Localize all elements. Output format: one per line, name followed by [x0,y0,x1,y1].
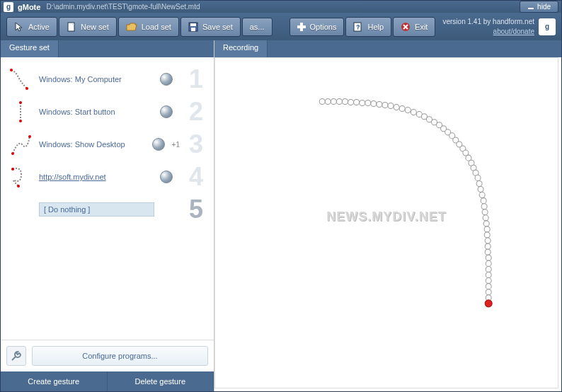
gesture-row-3[interactable]: Windows: Show Desktop +1 3 [8,128,207,161]
delete-gesture-button[interactable]: Delete gesture [108,371,214,391]
version-text: version 1.41 by handform.net [442,17,534,27]
gesture-number: 4 [185,162,207,192]
exit-button[interactable]: Exit [393,17,435,37]
app-window: g gMote D:\admin.mydiv.net\TEST\gmote-fu… [0,0,562,392]
svg-point-13 [19,120,22,122]
content-area: Gesture set Windows: My Computer 1 Windo… [1,40,561,391]
svg-point-63 [485,243,491,249]
svg-point-18 [319,99,325,105]
svg-point-56 [481,204,487,209]
svg-point-15 [28,135,31,138]
bottom-buttons: Create gesture Delete gesture [1,371,214,391]
gesture-thumb-icon [8,164,33,190]
svg-point-61 [484,232,490,238]
recording-canvas[interactable]: NEWS.MYDIV.NET [214,57,558,388]
gesture-thumb-icon [8,132,33,157]
svg-rect-4 [191,28,195,31]
svg-point-30 [388,103,394,109]
create-gesture-button[interactable]: Create gesture [1,371,108,391]
options-button[interactable]: Options [289,18,345,36]
tab-gesture-set[interactable]: Gesture set [1,40,59,57]
svg-point-65 [486,255,491,260]
hide-label: hide [537,3,551,11]
svg-point-16 [11,168,14,171]
svg-point-19 [325,99,331,105]
new-set-label: New set [81,23,109,31]
gesture-label-link[interactable]: http://soft.mydiv.net [39,173,154,181]
load-set-label: Load set [142,23,171,31]
cursor-icon [14,22,24,32]
document-icon [67,22,76,32]
brand-logo-icon: g [539,18,556,35]
folder-open-icon [126,22,137,32]
toolbar: Active New set Load set Save set as... O… [1,13,561,40]
svg-rect-0 [528,8,534,9]
gesture-row-2[interactable]: Windows: Start button 2 [8,96,207,128]
svg-point-70 [486,284,491,289]
gesture-label: Windows: Start button [39,108,154,116]
svg-point-31 [394,105,399,110]
left-pane: Gesture set Windows: My Computer 1 Windo… [1,40,214,391]
gesture-thumb-icon [8,67,33,92]
svg-point-55 [481,198,486,204]
exit-label: Exit [415,23,428,31]
active-button[interactable]: Active [6,17,57,37]
help-button[interactable]: ? Help [345,17,391,37]
minimize-icon [527,4,534,11]
svg-point-12 [19,101,22,104]
save-icon [188,22,198,32]
svg-point-52 [476,181,482,187]
svg-rect-6 [297,25,306,28]
gesture-thumb-icon [8,197,33,222]
load-set-button[interactable]: Load set [118,17,179,37]
svg-point-62 [485,238,491,243]
gesture-action-button[interactable] [160,105,173,118]
configure-programs-button[interactable]: Configure programs... [32,346,208,366]
gesture-row-5[interactable]: [ Do nothing ] 5 [8,193,207,226]
svg-point-25 [360,100,365,106]
titlebar: g gMote D:\admin.mydiv.net\TEST\gmote-fu… [1,1,561,13]
hide-button[interactable]: hide [520,1,558,13]
svg-point-34 [411,110,416,115]
watermark-text: NEWS.MYDIV.NET [326,209,446,224]
gesture-extra: +1 [172,141,180,149]
gesture-action-button[interactable] [152,138,165,151]
app-logo-icon: g [4,2,13,12]
options-label: Options [310,23,337,31]
close-icon [401,22,411,32]
svg-point-53 [478,187,483,192]
svg-point-17 [17,185,20,188]
save-as-button[interactable]: as... [242,18,273,36]
gesture-action-button[interactable] [160,171,173,183]
gesture-number: 5 [185,195,207,224]
svg-point-33 [405,108,411,113]
new-set-button[interactable]: New set [59,17,117,37]
app-name: gMote [18,3,40,11]
gesture-row-4[interactable]: http://soft.mydiv.net 4 [8,161,207,193]
svg-point-14 [11,152,14,155]
svg-point-68 [486,272,491,278]
svg-point-57 [482,209,488,215]
svg-text:?: ? [356,23,360,30]
wrench-button[interactable] [6,346,26,366]
about-link[interactable]: about/donate [493,28,534,35]
toolbar-right: version 1.41 by handform.net about/donat… [442,17,556,37]
wrench-icon [11,350,22,362]
gesture-label: Windows: Show Desktop [39,140,147,149]
gesture-label: Windows: My Computer [39,75,154,83]
help-icon: ? [353,22,363,32]
svg-point-71 [486,289,491,295]
gesture-thumb-icon [8,99,33,125]
gesture-row-1[interactable]: Windows: My Computer 1 [8,63,207,96]
right-pane: Recording NEWS.MYDIV.NET [214,40,561,391]
svg-point-23 [348,100,354,105]
gesture-action-button[interactable] [160,73,173,86]
svg-point-32 [399,106,405,112]
svg-point-51 [475,175,481,181]
svg-point-28 [377,102,382,108]
svg-point-66 [486,261,491,267]
save-set-button[interactable]: Save set [180,17,241,37]
svg-point-67 [486,267,491,272]
left-tab-header: Gesture set [1,40,214,57]
tab-recording[interactable]: Recording [214,40,268,57]
